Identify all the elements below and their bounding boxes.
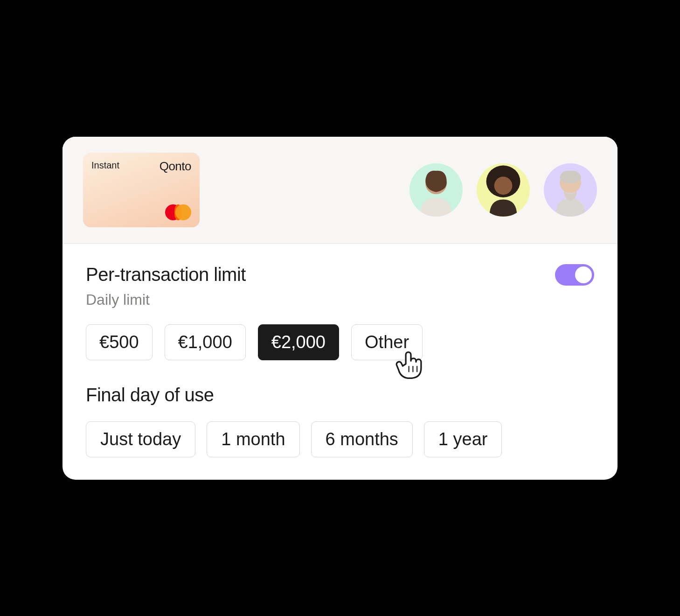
- payment-card-preview: Instant Qonto: [83, 153, 200, 227]
- duration-option-1year[interactable]: 1 year: [424, 421, 502, 457]
- limit-options: €500 €1,000 €2,000 Other: [86, 324, 594, 360]
- duration-options: Just today 1 month 6 months 1 year: [86, 421, 594, 457]
- final-day-title: Final day of use: [86, 385, 594, 406]
- avatar[interactable]: [409, 163, 463, 217]
- duration-option-1month[interactable]: 1 month: [207, 421, 299, 457]
- panel-header: Instant Qonto: [62, 137, 618, 244]
- limit-option-2000[interactable]: €2,000: [258, 324, 339, 360]
- mastercard-icon: [165, 204, 191, 221]
- duration-option-today[interactable]: Just today: [86, 421, 195, 457]
- per-transaction-limit-title: Per-transaction limit: [86, 264, 246, 285]
- avatar[interactable]: [544, 163, 597, 217]
- user-avatars: [409, 163, 597, 217]
- duration-option-6months[interactable]: 6 months: [311, 421, 413, 457]
- card-brand-label: Qonto: [160, 159, 191, 174]
- limit-option-1000[interactable]: €1,000: [165, 324, 246, 360]
- limit-option-other[interactable]: Other: [351, 324, 423, 360]
- settings-panel: Instant Qonto Per-transaction limit Dail…: [62, 137, 618, 480]
- toggle-knob-icon: [575, 266, 592, 283]
- daily-limit-label: Daily limit: [86, 291, 594, 308]
- limit-option-500[interactable]: €500: [86, 324, 153, 360]
- panel-body: Per-transaction limit Daily limit €500 €…: [62, 244, 618, 480]
- svg-point-2: [494, 176, 513, 195]
- avatar[interactable]: [477, 163, 530, 217]
- per-transaction-limit-toggle[interactable]: [555, 264, 594, 286]
